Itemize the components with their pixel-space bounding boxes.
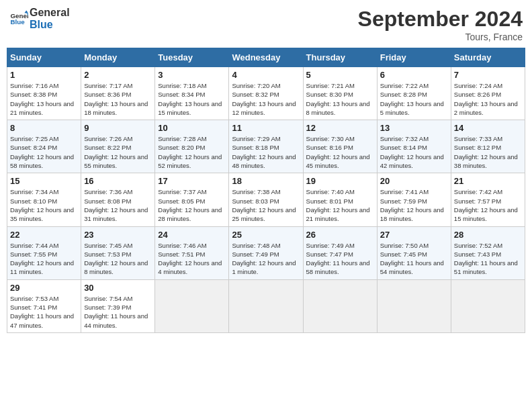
day-cell-30: 30Sunrise: 7:54 AMSunset: 7:39 PMDayligh… [81,279,155,332]
week-row-5: 29Sunrise: 7:53 AMSunset: 7:41 PMDayligh… [7,279,525,332]
page-header: General Blue General Blue September 2024… [7,7,525,42]
day-number: 7 [454,70,522,80]
day-number: 18 [232,176,300,186]
day-header-sunday: Sunday [7,48,81,67]
day-cell-11: 11Sunrise: 7:29 AMSunset: 8:18 PMDayligh… [229,120,303,173]
day-detail: Sunrise: 7:24 AMSunset: 8:26 PMDaylight:… [454,81,522,117]
day-number: 29 [10,283,78,293]
day-cell-5: 5Sunrise: 7:21 AMSunset: 8:30 PMDaylight… [303,67,377,120]
day-detail: Sunrise: 7:22 AMSunset: 8:28 PMDaylight:… [380,81,448,117]
day-cell-17: 17Sunrise: 7:37 AMSunset: 8:05 PMDayligh… [155,173,229,226]
day-number: 25 [232,230,300,240]
day-number: 14 [454,123,522,133]
day-number: 19 [306,176,374,186]
day-cell-8: 8Sunrise: 7:25 AMSunset: 8:24 PMDaylight… [7,120,81,173]
day-detail: Sunrise: 7:36 AMSunset: 8:08 PMDaylight:… [84,187,152,223]
day-detail: Sunrise: 7:46 AMSunset: 7:51 PMDaylight:… [158,241,226,277]
day-number: 5 [306,70,374,80]
day-detail: Sunrise: 7:38 AMSunset: 8:03 PMDaylight:… [232,187,300,223]
title-block: September 2024 Tours, France [358,7,523,42]
day-detail: Sunrise: 7:54 AMSunset: 7:39 PMDaylight:… [84,294,152,330]
day-cell-12: 12Sunrise: 7:30 AMSunset: 8:16 PMDayligh… [303,120,377,173]
day-detail: Sunrise: 7:29 AMSunset: 8:18 PMDaylight:… [232,134,300,170]
day-detail: Sunrise: 7:40 AMSunset: 8:01 PMDaylight:… [306,187,374,223]
day-cell-15: 15Sunrise: 7:34 AMSunset: 8:10 PMDayligh… [7,173,81,226]
day-number: 24 [158,230,226,240]
day-detail: Sunrise: 7:41 AMSunset: 7:59 PMDaylight:… [380,187,448,223]
day-detail: Sunrise: 7:53 AMSunset: 7:41 PMDaylight:… [10,294,78,330]
logo-line2: Blue [30,19,70,31]
day-number: 1 [10,70,78,80]
day-cell-24: 24Sunrise: 7:46 AMSunset: 7:51 PMDayligh… [155,226,229,279]
day-cell-26: 26Sunrise: 7:49 AMSunset: 7:47 PMDayligh… [303,226,377,279]
day-cell-23: 23Sunrise: 7:45 AMSunset: 7:53 PMDayligh… [81,226,155,279]
day-detail: Sunrise: 7:52 AMSunset: 7:43 PMDaylight:… [454,241,522,277]
day-header-monday: Monday [81,48,155,67]
day-detail: Sunrise: 7:26 AMSunset: 8:22 PMDaylight:… [84,134,152,170]
day-cell-18: 18Sunrise: 7:38 AMSunset: 8:03 PMDayligh… [229,173,303,226]
day-cell-4: 4Sunrise: 7:20 AMSunset: 8:32 PMDaylight… [229,67,303,120]
day-number: 9 [84,123,152,133]
day-detail: Sunrise: 7:33 AMSunset: 8:12 PMDaylight:… [454,134,522,170]
day-detail: Sunrise: 7:18 AMSunset: 8:34 PMDaylight:… [158,81,226,117]
day-header-tuesday: Tuesday [155,48,229,67]
day-number: 17 [158,176,226,186]
logo: General Blue General Blue [9,7,70,30]
day-header-thursday: Thursday [303,48,377,67]
empty-cell [155,279,229,332]
day-cell-10: 10Sunrise: 7:28 AMSunset: 8:20 PMDayligh… [155,120,229,173]
location: Tours, France [358,32,523,42]
day-number: 28 [454,230,522,240]
day-cell-21: 21Sunrise: 7:42 AMSunset: 7:57 PMDayligh… [451,173,525,226]
day-detail: Sunrise: 7:16 AMSunset: 8:38 PMDaylight:… [10,81,78,117]
day-number: 13 [380,123,448,133]
day-cell-3: 3Sunrise: 7:18 AMSunset: 8:34 PMDaylight… [155,67,229,120]
day-detail: Sunrise: 7:44 AMSunset: 7:55 PMDaylight:… [10,241,78,277]
day-cell-6: 6Sunrise: 7:22 AMSunset: 8:28 PMDaylight… [377,67,451,120]
day-number: 20 [380,176,448,186]
day-number: 30 [84,283,152,293]
day-number: 8 [10,123,78,133]
empty-cell [303,279,377,332]
day-header-wednesday: Wednesday [229,48,303,67]
empty-cell [451,279,525,332]
day-cell-14: 14Sunrise: 7:33 AMSunset: 8:12 PMDayligh… [451,120,525,173]
day-cell-29: 29Sunrise: 7:53 AMSunset: 7:41 PMDayligh… [7,279,81,332]
month-title: September 2024 [358,7,523,32]
day-cell-16: 16Sunrise: 7:36 AMSunset: 8:08 PMDayligh… [81,173,155,226]
day-detail: Sunrise: 7:42 AMSunset: 7:57 PMDaylight:… [454,187,522,223]
day-detail: Sunrise: 7:49 AMSunset: 7:47 PMDaylight:… [306,241,374,277]
day-number: 22 [10,230,78,240]
logo-line1: General [30,7,70,19]
day-detail: Sunrise: 7:45 AMSunset: 7:53 PMDaylight:… [84,241,152,277]
logo-icon: General Blue [9,9,28,28]
day-number: 27 [380,230,448,240]
day-detail: Sunrise: 7:32 AMSunset: 8:14 PMDaylight:… [380,134,448,170]
day-detail: Sunrise: 7:28 AMSunset: 8:20 PMDaylight:… [158,134,226,170]
day-header-saturday: Saturday [451,48,525,67]
day-detail: Sunrise: 7:30 AMSunset: 8:16 PMDaylight:… [306,134,374,170]
day-detail: Sunrise: 7:20 AMSunset: 8:32 PMDaylight:… [232,81,300,117]
day-detail: Sunrise: 7:21 AMSunset: 8:30 PMDaylight:… [306,81,374,117]
calendar-table: SundayMondayTuesdayWednesdayThursdayFrid… [7,48,525,333]
day-cell-9: 9Sunrise: 7:26 AMSunset: 8:22 PMDaylight… [81,120,155,173]
day-cell-1: 1Sunrise: 7:16 AMSunset: 8:38 PMDaylight… [7,67,81,120]
day-detail: Sunrise: 7:25 AMSunset: 8:24 PMDaylight:… [10,134,78,170]
day-number: 26 [306,230,374,240]
day-detail: Sunrise: 7:50 AMSunset: 7:45 PMDaylight:… [380,241,448,277]
day-header-friday: Friday [377,48,451,67]
week-row-1: 1Sunrise: 7:16 AMSunset: 8:38 PMDaylight… [7,67,525,120]
day-cell-2: 2Sunrise: 7:17 AMSunset: 8:36 PMDaylight… [81,67,155,120]
day-cell-28: 28Sunrise: 7:52 AMSunset: 7:43 PMDayligh… [451,226,525,279]
day-number: 11 [232,123,300,133]
day-number: 6 [380,70,448,80]
day-detail: Sunrise: 7:34 AMSunset: 8:10 PMDaylight:… [10,187,78,223]
day-number: 21 [454,176,522,186]
day-number: 4 [232,70,300,80]
day-cell-20: 20Sunrise: 7:41 AMSunset: 7:59 PMDayligh… [377,173,451,226]
day-cell-22: 22Sunrise: 7:44 AMSunset: 7:55 PMDayligh… [7,226,81,279]
week-row-2: 8Sunrise: 7:25 AMSunset: 8:24 PMDaylight… [7,120,525,173]
day-cell-19: 19Sunrise: 7:40 AMSunset: 8:01 PMDayligh… [303,173,377,226]
svg-text:Blue: Blue [10,18,25,26]
week-row-3: 15Sunrise: 7:34 AMSunset: 8:10 PMDayligh… [7,173,525,226]
